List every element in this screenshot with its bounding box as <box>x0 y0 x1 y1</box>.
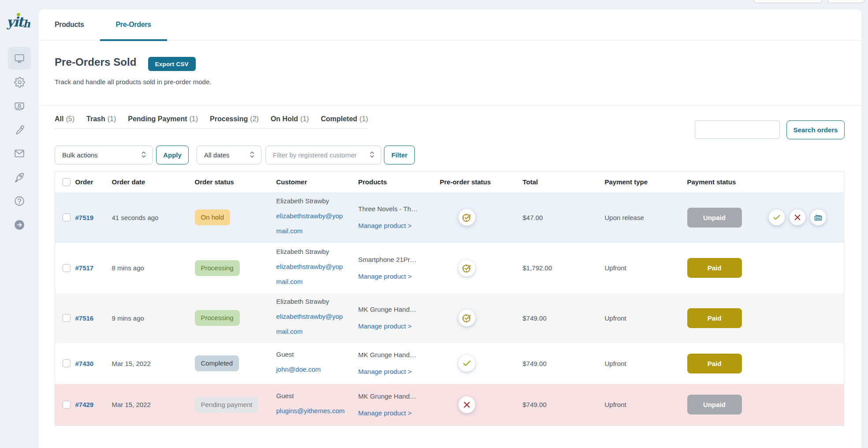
status-filter-trash[interactable]: Trash(1) <box>86 115 116 123</box>
sidebar-item-payments[interactable] <box>8 94 31 117</box>
status-filter-count: (2) <box>250 115 259 123</box>
bulk-actions-select[interactable]: Bulk actions <box>55 146 153 164</box>
filter-button[interactable]: Filter <box>384 146 415 164</box>
status-filter-completed[interactable]: Completed(1) <box>321 115 368 123</box>
topbar-button-right[interactable] <box>827 0 864 3</box>
status-filter-pending-payment[interactable]: Pending Payment(1) <box>128 115 198 123</box>
manage-product-link[interactable]: Manage product > <box>358 409 412 417</box>
status-filter-on-hold[interactable]: On Hold(1) <box>271 115 309 123</box>
page-subtitle: Track and handle all products sold in pr… <box>55 77 846 105</box>
order-row: #7519 41 seconds ago On hold Elizabeth S… <box>55 192 844 243</box>
payment-status-button[interactable]: Paid <box>687 258 742 278</box>
sidebar-item-customization[interactable] <box>8 118 31 141</box>
preorder-waiting-icon <box>461 262 473 274</box>
status-filter-label: Trash <box>86 115 105 123</box>
customer-name: Elizabeth Strawby <box>276 247 358 257</box>
sidebar-item-emails[interactable] <box>8 142 31 165</box>
topbar-button-left[interactable] <box>754 0 822 3</box>
payment-status-button[interactable]: Unpaid <box>687 208 742 228</box>
product-title: MK Grunge Hand… <box>358 392 440 401</box>
page-head: Pre-Orders Sold Export CSV Track and han… <box>39 41 861 106</box>
customer-filter-placeholder: Filter by registered customer <box>273 151 357 159</box>
apply-button[interactable]: Apply <box>156 146 189 164</box>
sidebar-item-settings[interactable] <box>8 71 31 93</box>
manage-product-link[interactable]: Manage product > <box>358 222 412 229</box>
confirm-order-button[interactable] <box>769 209 785 225</box>
product-title: Three Novels - Th… <box>358 204 440 214</box>
col-header-payment-type: Payment type <box>605 172 687 192</box>
customer-email-link[interactable]: elizabethstrawby@yopmail.com <box>276 309 347 339</box>
customer-email-link[interactable]: plugins@yithemes.com <box>276 403 347 418</box>
customer-email-link[interactable]: elizabethstrawby@yopmail.com <box>276 259 347 289</box>
payment-type: Upon release <box>605 214 644 221</box>
payment-type: Upfront <box>605 401 626 408</box>
status-filter-label: Pending Payment <box>128 115 187 123</box>
order-date: Mar 15, 2022 <box>112 401 151 408</box>
tab-products[interactable]: Products <box>39 9 100 40</box>
export-csv-button[interactable]: Export CSV <box>148 57 196 71</box>
col-header-order-status: Order status <box>195 172 276 192</box>
svg-text:yit: yit <box>6 14 25 30</box>
order-id-link[interactable]: #7430 <box>75 360 94 367</box>
mail-icon <box>14 148 25 159</box>
customer-name: Elizabeth Strawby <box>276 196 358 206</box>
order-total: $47.00 <box>523 214 543 221</box>
sidebar-item-premium[interactable] <box>8 166 31 189</box>
order-status-badge: Pending payment <box>195 397 259 413</box>
order-row: #7517 8 mins ago Processing Elizabeth St… <box>55 243 844 293</box>
manage-product-link[interactable]: Manage product > <box>358 273 412 280</box>
select-all-checkbox[interactable] <box>63 178 71 186</box>
product-title: MK Grunge Hand… <box>358 350 440 360</box>
screen-icon <box>14 52 25 64</box>
customer-name: Guest <box>276 391 358 401</box>
customer-filter-select[interactable]: Filter by registered customer <box>265 146 381 164</box>
controls-row: Bulk actions Apply All dates Filter by r… <box>55 146 846 164</box>
product-title: Smartphone 21Pr… <box>358 255 440 265</box>
money-icon <box>813 213 823 222</box>
main-panel: Products Pre-Orders Pre-Orders Sold Expo… <box>39 9 861 448</box>
col-header-order: Order <box>75 172 112 192</box>
sidebar-item-dashboard[interactable] <box>8 47 31 70</box>
row-checkbox[interactable] <box>63 401 71 409</box>
sidebar-item-help[interactable] <box>8 190 31 213</box>
search-area: Search orders <box>695 120 845 139</box>
status-filter-all[interactable]: All(5) <box>55 115 75 123</box>
manage-product-link[interactable]: Manage product > <box>358 322 412 330</box>
payment-status-button[interactable]: Paid <box>687 308 742 328</box>
payment-status-button[interactable]: Paid <box>687 354 742 373</box>
order-id-link[interactable]: #7429 <box>75 401 94 408</box>
search-input[interactable] <box>695 120 780 139</box>
manage-product-link[interactable]: Manage product > <box>358 368 412 375</box>
bulk-actions-value: Bulk actions <box>62 151 98 159</box>
status-filter-count: (1) <box>300 115 309 123</box>
order-id-link[interactable]: #7516 <box>75 314 94 322</box>
status-filter-processing[interactable]: Processing(2) <box>210 115 259 123</box>
charge-payment-button[interactable] <box>810 209 826 225</box>
cancel-order-button[interactable] <box>790 209 805 225</box>
customer-email-link[interactable]: elizabethstrawby@yopmail.com <box>276 209 347 239</box>
order-id-link[interactable]: #7517 <box>75 264 94 272</box>
rocket-icon <box>14 172 25 183</box>
sidebar: yit h <box>0 0 39 448</box>
customer-email-link[interactable]: john@doe.com <box>276 362 347 377</box>
sidebar-item-collapse[interactable] <box>8 213 31 236</box>
row-checkbox[interactable] <box>63 314 71 322</box>
order-id-link[interactable]: #7519 <box>75 214 94 221</box>
status-filter-count: (1) <box>359 115 368 123</box>
order-status-badge: Processing <box>195 310 240 326</box>
row-checkbox[interactable] <box>63 213 71 221</box>
search-orders-button[interactable]: Search orders <box>786 120 845 139</box>
payment-type: Upfront <box>605 314 626 322</box>
page-title: Pre-Orders Sold <box>55 55 137 69</box>
x-icon <box>793 213 801 221</box>
order-row: #7516 9 mins ago Processing Elizabeth St… <box>55 293 844 343</box>
order-status-badge: On hold <box>195 209 231 225</box>
status-filter-label: All <box>55 115 63 123</box>
row-checkbox[interactable] <box>63 359 71 367</box>
row-checkbox[interactable] <box>63 264 71 272</box>
payment-status-button[interactable]: Unpaid <box>687 395 742 414</box>
tab-pre-orders[interactable]: Pre-Orders <box>100 9 167 40</box>
all-dates-select[interactable]: All dates <box>197 146 261 164</box>
check-icon <box>772 213 782 222</box>
col-header-order-date: Order date <box>112 172 195 192</box>
